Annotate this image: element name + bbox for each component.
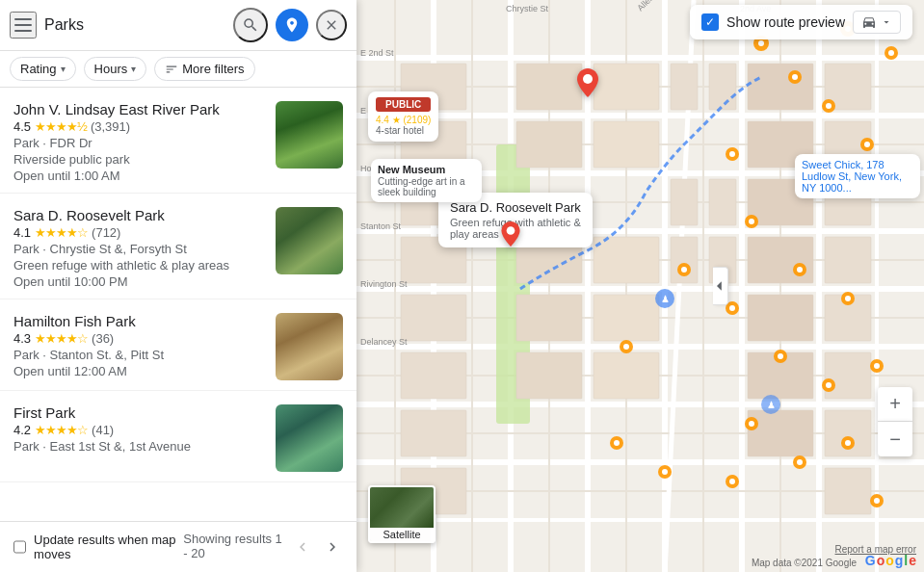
svg-point-85 xyxy=(788,70,802,84)
svg-point-116 xyxy=(729,479,735,484)
sweet-chick-popup[interactable]: Sweet Chick, 178 Ludlow St, New York, NY… xyxy=(795,154,920,198)
sweet-chick-name: Sweet Chick, 178 Ludlow St, New York, NY… xyxy=(802,159,913,194)
list-item[interactable]: First Park 4.2 ★★★★☆ (41) Park · East 1s… xyxy=(0,391,356,482)
rating-num-4: 4.2 xyxy=(13,423,31,437)
zoom-in-button[interactable]: + xyxy=(878,387,912,422)
rating-filter[interactable]: Rating ▾ xyxy=(10,57,76,81)
svg-point-120 xyxy=(662,469,668,475)
svg-point-125 xyxy=(677,263,691,276)
route-car-button[interactable] xyxy=(853,11,901,34)
collapse-panel-button[interactable] xyxy=(713,267,728,305)
search-input[interactable] xyxy=(44,16,225,34)
location-pin-button[interactable] xyxy=(276,9,308,41)
svg-point-119 xyxy=(658,465,672,479)
svg-point-108 xyxy=(874,363,880,369)
svg-point-112 xyxy=(797,459,803,465)
review-count-3: (36) xyxy=(92,331,114,346)
review-count-1: (3,391) xyxy=(91,119,130,134)
svg-point-88 xyxy=(826,103,832,109)
more-filters-button[interactable]: More filters xyxy=(154,57,254,81)
result-info-2: Sara D. Roosevelt Park 4.1 ★★★★☆ (712) P… xyxy=(13,207,266,289)
sara-park-pin[interactable] xyxy=(501,221,520,250)
next-page-button[interactable] xyxy=(321,533,343,560)
svg-rect-62 xyxy=(748,237,813,283)
svg-point-123 xyxy=(620,340,633,353)
svg-point-92 xyxy=(864,142,870,147)
route-preview-label: Show route preview xyxy=(726,14,845,30)
prev-page-button[interactable] xyxy=(292,533,314,560)
result-info-3: Hamilton Fish Park 4.3 ★★★★☆ (36) Park ·… xyxy=(13,313,266,380)
result-type-3: Park · Stanton St. &, Pitt St xyxy=(13,348,266,362)
map-attribution: Map data ©2021 Google xyxy=(752,558,857,568)
museum-name: New Museum xyxy=(378,164,475,175)
report-link-text[interactable]: Report a map error xyxy=(835,544,916,555)
hours-filter[interactable]: Hours ▾ xyxy=(84,57,147,81)
result-name-4: First Park xyxy=(13,404,266,421)
map-streets-svg: E 2nd St E 1st St Houston St Stanton St … xyxy=(356,0,924,572)
rating-chevron-icon: ▾ xyxy=(61,64,66,74)
rating-row-2: 4.1 ★★★★☆ (712) xyxy=(13,225,266,240)
filter-list-icon xyxy=(165,63,178,76)
list-item[interactable]: Sara D. Roosevelt Park 4.1 ★★★★☆ (712) P… xyxy=(0,194,356,299)
rating-num-2: 4.1 xyxy=(13,225,31,240)
svg-point-122 xyxy=(614,440,620,446)
svg-line-32 xyxy=(665,0,694,572)
svg-rect-55 xyxy=(594,295,659,341)
hotel-popup[interactable]: PUBLIC 4.4 ★ (2109) 4-star hotel xyxy=(368,91,438,142)
stars-2: ★★★★☆ xyxy=(35,225,88,240)
svg-rect-40 xyxy=(671,64,698,110)
clear-search-button[interactable] xyxy=(316,10,347,40)
svg-point-106 xyxy=(826,382,832,388)
zoom-out-button[interactable]: − xyxy=(878,422,912,456)
stars-1: ★★★★½ xyxy=(35,119,87,134)
svg-point-121 xyxy=(610,436,623,450)
svg-point-90 xyxy=(888,50,894,56)
svg-point-86 xyxy=(792,74,798,80)
svg-point-132 xyxy=(507,226,515,235)
map-report-link[interactable]: Report a map error xyxy=(835,544,916,555)
google-logo: Google xyxy=(865,553,916,568)
museum-desc: Cutting-edge art in a sleek building xyxy=(378,176,475,197)
svg-point-114 xyxy=(845,440,851,446)
satellite-button[interactable]: Satellite xyxy=(368,485,436,543)
menu-button[interactable] xyxy=(10,12,37,39)
svg-point-118 xyxy=(874,498,880,504)
result-type-2: Park · Chrystie St &, Forsyth St xyxy=(13,242,266,256)
result-hours-1: Open until 1:00 AM xyxy=(13,169,266,183)
search-bar xyxy=(0,0,356,51)
satellite-thumbnail xyxy=(370,487,434,528)
rating-row-1: 4.5 ★★★★½ (3,391) xyxy=(13,119,266,134)
svg-rect-57 xyxy=(671,179,698,225)
hours-chevron-icon: ▾ xyxy=(131,64,136,74)
hotel-rating: 4.4 ★ (2109) xyxy=(376,115,431,125)
map-area[interactable]: ✓ Show route preview xyxy=(356,0,924,572)
svg-rect-53 xyxy=(516,352,582,399)
update-results-checkbox[interactable] xyxy=(13,539,26,555)
result-desc-2: Green refuge with athletic & play areas xyxy=(13,258,266,273)
route-preview-container: ✓ Show route preview xyxy=(690,5,912,39)
svg-rect-47 xyxy=(401,295,466,341)
search-button[interactable] xyxy=(233,8,268,42)
stars-4: ★★★★☆ xyxy=(35,423,88,437)
list-item[interactable]: Hamilton Fish Park 4.3 ★★★★☆ (36) Park ·… xyxy=(0,299,356,391)
rating-row-3: 4.3 ★★★★☆ (36) xyxy=(13,331,266,346)
museum-popup[interactable]: New Museum Cutting-edge art in a sleek b… xyxy=(371,159,482,202)
list-item[interactable]: John V. Lindsay East River Park 4.5 ★★★★… xyxy=(0,88,356,194)
svg-point-96 xyxy=(749,219,754,224)
result-thumbnail-3 xyxy=(276,313,343,380)
update-results-label[interactable]: Update results when map moves xyxy=(34,533,183,561)
svg-rect-56 xyxy=(594,352,659,399)
svg-point-89 xyxy=(884,46,898,60)
svg-rect-44 xyxy=(825,64,871,110)
rating-num-3: 4.3 xyxy=(13,331,31,346)
results-list[interactable]: John V. Lindsay East River Park 4.5 ★★★★… xyxy=(0,88,356,521)
svg-rect-54 xyxy=(594,237,659,283)
svg-point-124 xyxy=(623,344,629,350)
svg-point-104 xyxy=(778,353,783,359)
svg-point-107 xyxy=(870,359,884,373)
result-info-4: First Park 4.2 ★★★★☆ (41) Park · East 1s… xyxy=(13,404,266,472)
svg-rect-38 xyxy=(594,64,659,110)
route-preview-checkbox[interactable]: ✓ xyxy=(701,13,719,31)
svg-point-95 xyxy=(745,215,758,228)
first-park-pin[interactable] xyxy=(577,68,598,101)
